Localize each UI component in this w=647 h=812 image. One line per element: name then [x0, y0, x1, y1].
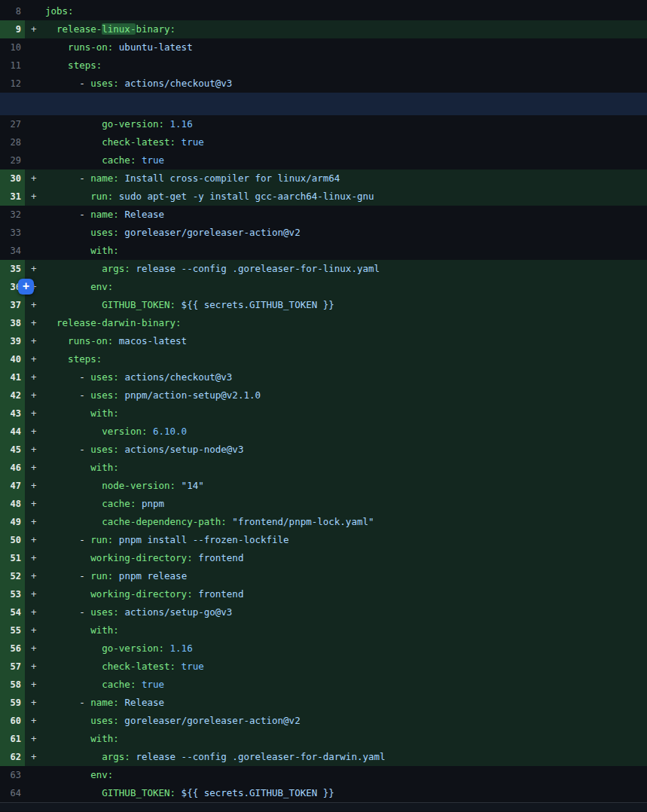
code-token: release-darwin-binary: — [45, 317, 182, 328]
diff-line-38: 38+ release-darwin-binary: — [0, 314, 647, 332]
code-token: with: — [45, 408, 119, 419]
line-number[interactable]: 50 — [0, 531, 25, 549]
line-number[interactable]: 58 — [0, 676, 25, 694]
code-token: uses: — [45, 715, 119, 726]
line-number[interactable]: 45 — [0, 441, 25, 459]
code-token: true — [175, 661, 204, 672]
diff-marker — [25, 56, 45, 75]
hunk-expander[interactable] — [0, 93, 647, 115]
line-number[interactable]: 52 — [0, 567, 25, 585]
code-token: sudo apt-get -y install gcc-aarch64-linu… — [113, 191, 374, 202]
code-token: goreleaser/goreleaser-action@v2 — [119, 227, 301, 238]
diff-marker — [25, 206, 45, 224]
diff-marker: + — [25, 621, 45, 640]
line-number[interactable]: 57 — [0, 658, 25, 676]
line-number[interactable]: 54 — [0, 603, 25, 621]
line-number[interactable]: 49 — [0, 513, 25, 531]
diff-line-64: 64 GITHUB_TOKEN: ${{ secrets.GITHUB_TOKE… — [0, 784, 647, 802]
line-number[interactable]: 37 — [0, 296, 25, 314]
diff-line-30: 30+ - name: Install cross-compiler for l… — [0, 169, 647, 188]
line-number[interactable]: 42 — [0, 386, 25, 404]
line-number[interactable]: 40 — [0, 350, 25, 368]
code-token: - — [45, 371, 90, 383]
line-number[interactable]: 33 — [0, 224, 25, 242]
line-number[interactable]: 27 — [0, 115, 25, 133]
line-number[interactable]: 53 — [0, 585, 25, 603]
code-token: GITHUB_TOKEN: — [45, 299, 175, 310]
line-number[interactable]: 35 — [0, 260, 25, 278]
line-number[interactable]: 38 — [0, 314, 25, 332]
diff-line-42: 42+ - uses: pnpm/action-setup@v2.1.0 — [0, 386, 647, 404]
code-token: binary: — [136, 23, 175, 35]
line-number[interactable]: 39 — [0, 332, 25, 350]
code-line: jobs: — [45, 2, 647, 20]
line-number[interactable]: 61 — [0, 730, 25, 748]
line-number[interactable]: 11 — [0, 56, 25, 75]
diff-line-36: 36+ env:+ — [0, 278, 647, 296]
line-number[interactable]: 8 — [0, 2, 25, 20]
diff-marker: + — [25, 332, 45, 350]
code-token: "frontend/pnpm-lock.yaml" — [227, 516, 374, 527]
line-number[interactable]: 28 — [0, 133, 25, 151]
diff-line-40: 40+ steps: — [0, 350, 647, 368]
line-number[interactable]: 10 — [0, 38, 25, 56]
line-number[interactable]: 31 — [0, 188, 25, 206]
diff-marker: + — [25, 459, 45, 477]
code-line: uses: goreleaser/goreleaser-action@v2 — [45, 712, 647, 730]
line-number[interactable]: 29 — [0, 151, 25, 169]
line-number[interactable]: 43 — [0, 404, 25, 423]
line-number[interactable]: 9 — [0, 20, 25, 38]
code-line: - run: pnpm install --frozen-lockfile — [45, 531, 647, 549]
line-number[interactable]: 62 — [0, 748, 25, 766]
diff-marker: + — [25, 296, 45, 314]
diff-marker — [25, 766, 45, 784]
line-number[interactable]: 60 — [0, 712, 25, 730]
line-number[interactable]: 41 — [0, 368, 25, 386]
code-token: uses: — [90, 444, 119, 455]
diff-line-53: 53+ working-directory: frontend — [0, 585, 647, 603]
diff-marker: + — [25, 730, 45, 748]
line-number[interactable]: 64 — [0, 784, 25, 802]
code-token: release- — [45, 23, 102, 35]
code-token: with: — [45, 733, 119, 744]
code-line: check-latest: true — [45, 133, 647, 151]
line-number[interactable]: 46 — [0, 459, 25, 477]
code-token: run: — [45, 191, 113, 202]
code-line: working-directory: frontend — [45, 585, 647, 603]
code-token: working-directory: — [45, 588, 193, 600]
diff-line-61: 61+ with: — [0, 730, 647, 748]
code-line: cache: pnpm — [45, 495, 647, 513]
diff-line-39: 39+ runs-on: macos-latest — [0, 332, 647, 350]
code-line: go-version: 1.16 — [45, 640, 647, 658]
line-number[interactable]: 59 — [0, 694, 25, 712]
line-number[interactable]: 55 — [0, 621, 25, 640]
line-number[interactable]: 56 — [0, 640, 25, 658]
diff-marker: + — [25, 386, 45, 404]
code-line: steps: — [45, 350, 647, 368]
diff-marker — [25, 38, 45, 56]
code-token: env: — [45, 281, 113, 292]
code-token: true — [136, 154, 164, 166]
diff-line-52: 52+ - run: pnpm release — [0, 567, 647, 585]
add-comment-button[interactable]: + — [18, 279, 34, 295]
line-number[interactable]: 48 — [0, 495, 25, 513]
line-number[interactable]: 47 — [0, 477, 25, 495]
code-token: go-version: — [45, 118, 164, 130]
diff-marker: + — [25, 350, 45, 368]
diff-line-11: 11 steps: — [0, 56, 647, 75]
line-number[interactable]: 51 — [0, 549, 25, 567]
code-token: pnpm release — [113, 570, 187, 582]
line-number[interactable]: 30 — [0, 169, 25, 188]
code-token: steps: — [45, 60, 102, 71]
line-number[interactable]: 34 — [0, 242, 25, 260]
code-token: frontend — [193, 588, 244, 600]
diff-line-55: 55+ with: — [0, 621, 647, 640]
line-number[interactable]: 32 — [0, 206, 25, 224]
code-token: actions/setup-go@v3 — [119, 606, 233, 618]
line-number[interactable]: 63 — [0, 766, 25, 784]
diff-bottom-edge — [0, 802, 647, 811]
line-number[interactable]: 44 — [0, 423, 25, 441]
line-number[interactable]: 12 — [0, 75, 25, 93]
diff-marker: + — [25, 169, 45, 188]
code-token: name: — [90, 172, 119, 184]
